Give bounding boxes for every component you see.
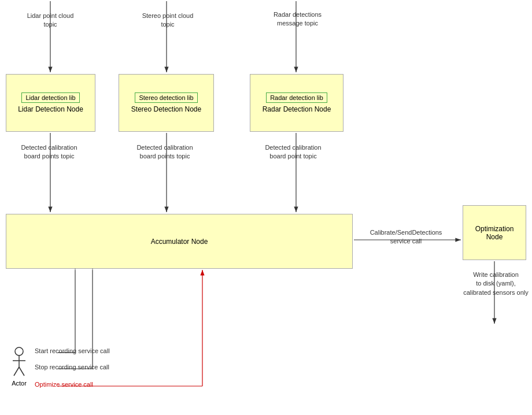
stereo-lib-label: Stereo detection lib [135,92,197,103]
actor-icon [10,347,28,379]
svg-line-20 [14,367,19,376]
lidar-detection-node: Lidar detection lib Lidar Detection Node [6,74,95,132]
start-recording-label: Start recording service call [35,347,110,355]
actor-label: Actor [12,380,27,387]
actor: Actor [10,347,28,387]
accumulator-node: Accumulator Node [6,214,353,269]
optimize-label: Optimize service call [35,380,93,389]
accumulator-label: Accumulator Node [151,238,208,246]
stereo-node-label: Stereo Detection Node [131,105,201,113]
lidar-node-label: Lidar Detection Node [18,105,83,113]
radar-calib-label: Detected calibrationboard point topic [250,143,337,161]
radar-lib-label: Radar detection lib [266,92,327,103]
radar-detection-node: Radar detection lib Radar Detection Node [250,74,343,132]
stereo-input-label: Stereo point cloud topic [142,12,194,29]
stereo-calib-label: Detected calibrationboard points topic [121,143,208,161]
lidar-lib-label: Lidar detection lib [21,92,79,103]
optimization-node: Optimization Node [463,205,526,260]
calibrate-call-label: Calibrate/SendDetectionsservice call [360,228,452,246]
stop-recording-label: Stop recording service call [35,363,109,372]
diagram: Lidar point cloud topic Stereo point clo… [0,0,532,415]
radar-input-label: Radar detections message topic [267,10,328,28]
write-disk-label: Write calibrationto disk (yaml),calibrat… [463,271,529,297]
svg-line-21 [19,367,24,376]
lidar-calib-label: Detected calibrationboard points topic [6,143,93,161]
radar-node-label: Radar Detection Node [263,105,331,113]
stereo-detection-node: Stereo detection lib Stereo Detection No… [119,74,214,132]
svg-point-17 [15,347,23,355]
optimization-label: Optimization Node [475,225,514,241]
lidar-input-label: Lidar point cloud topic [24,12,76,29]
